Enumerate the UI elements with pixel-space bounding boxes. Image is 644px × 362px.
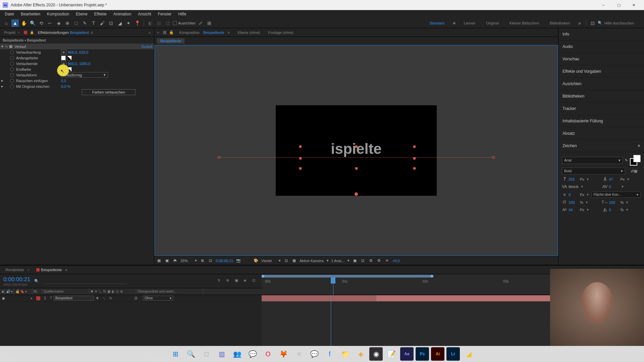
panel-overflow-icon[interactable]: » xyxy=(147,31,153,35)
swap-colors-button[interactable]: Farben vertauschen xyxy=(82,89,136,95)
stopwatch-icon[interactable] xyxy=(10,79,14,83)
views-dropdown[interactable]: 1 Ansi... ▾ xyxy=(331,258,350,263)
taskbar-app[interactable]: ✳ xyxy=(292,347,306,361)
align-checkbox[interactable]: Ausrichten xyxy=(173,21,196,25)
workspace-kleiner[interactable]: Kleiner Bildschirm xyxy=(505,21,544,25)
anchor-point-icon[interactable] xyxy=(355,192,358,196)
tl-tool-5[interactable]: ⊡ xyxy=(252,278,258,284)
stroke-width-field[interactable]: ≡ 0Px▼ xyxy=(562,192,589,197)
prop-verlaufsanfang-value[interactable]: 968,0, 628,0 xyxy=(68,50,88,54)
font-weight-dropdown[interactable]: Bold▾ xyxy=(562,168,625,175)
tl-tool-1[interactable]: ↯ xyxy=(217,278,223,284)
hscale-field[interactable]: T↔ 100%▼ xyxy=(602,200,641,205)
crosshair-icon[interactable]: ⊕ xyxy=(61,50,66,55)
tab-timeline-comp[interactable]: Beispieltexte ≡ xyxy=(33,268,71,272)
workspace-lernen[interactable]: Lernen xyxy=(459,21,480,25)
panel-tracker[interactable]: Tracker xyxy=(558,103,644,115)
home-tool[interactable]: ⌂ xyxy=(3,19,10,27)
taskbar-taskview[interactable]: ⊡ xyxy=(200,347,213,361)
workspace-standard[interactable]: Standard xyxy=(425,21,449,25)
menu-datei[interactable]: Datei xyxy=(1,10,17,18)
transparency-grid-icon[interactable]: ▦ xyxy=(291,258,297,263)
prop-mischen-value[interactable]: 0,0 % xyxy=(61,84,70,88)
text-tool[interactable]: T xyxy=(90,19,97,27)
close-button[interactable]: ✕ xyxy=(626,0,641,10)
guide-handle[interactable] xyxy=(218,156,220,159)
snapshot-icon[interactable]: 📷 xyxy=(236,258,241,263)
tab-projekt[interactable]: Projekt× xyxy=(1,28,22,37)
selection-handle[interactable] xyxy=(299,157,302,160)
stopwatch-icon[interactable] xyxy=(10,84,14,88)
tsume-field[interactable]: あ 0%▼ xyxy=(602,207,641,213)
selection-handle[interactable] xyxy=(413,167,416,170)
visibility-toggle[interactable]: ◉ xyxy=(0,296,7,300)
zoom-tool[interactable]: 🔍 xyxy=(29,19,36,27)
menu-komposition[interactable]: Komposition xyxy=(44,10,72,18)
panel-absatz[interactable]: Absatz xyxy=(558,127,644,140)
panel-zeichen[interactable]: Zeichen≡ xyxy=(558,140,644,152)
pickwhip-icon[interactable]: @ xyxy=(134,296,140,300)
pen-tool[interactable]: ✎ xyxy=(81,19,89,27)
canvas[interactable]: ispielte xyxy=(276,105,437,196)
grid-icon[interactable]: ⊡ xyxy=(208,258,213,263)
taskbar-photoshop[interactable]: Ps xyxy=(416,347,429,361)
panel-bibliotheken[interactable]: Bibliotheken xyxy=(558,90,644,103)
parent-dropdown[interactable]: Ohne▾ xyxy=(143,296,173,301)
tab-komposition[interactable]: Komposition Beispieltexte ≡ xyxy=(176,31,232,35)
fx-icon[interactable]: fx xyxy=(5,45,8,48)
taskbar-firefox[interactable]: 🦊 xyxy=(277,347,290,361)
res-icon[interactable]: ⊞ xyxy=(200,258,205,263)
rect-tool[interactable]: □ xyxy=(72,19,80,27)
layer-name-field[interactable]: Beispieltext xyxy=(54,296,94,301)
tab-ebene[interactable]: Ebene (ohne) xyxy=(235,31,263,35)
stroke-over-dropdown[interactable]: Fläche über Kon...▾ xyxy=(591,191,641,198)
orbit-tool[interactable]: ⟲ xyxy=(38,19,45,27)
workspace-menu-icon[interactable]: ≡ xyxy=(450,19,458,27)
effect-toggle-icon[interactable]: ▾ xyxy=(1,44,5,49)
selection-tool[interactable]: ▲ xyxy=(11,19,19,27)
menu-fenster[interactable]: Fenster xyxy=(155,10,175,18)
menu-ebene[interactable]: Ebene xyxy=(72,10,91,18)
prop-rauschen-value[interactable]: 0,0 xyxy=(61,79,66,83)
hand-tool[interactable]: ✋ xyxy=(20,19,28,27)
taskbar-illustrator[interactable]: Ai xyxy=(431,347,444,361)
panel-vorschau[interactable]: Vorschau xyxy=(558,53,644,65)
snap-tool[interactable]: ⤢ xyxy=(197,19,204,27)
rotate-tool[interactable]: ⤺ xyxy=(46,19,54,27)
eyedropper-icon[interactable]: ✎ xyxy=(625,158,628,163)
stopwatch-icon[interactable] xyxy=(10,62,14,66)
swap-fill-stroke-icon[interactable]: ⇄▦ xyxy=(627,169,641,173)
tab-close-icon[interactable]: × xyxy=(156,31,160,35)
viewer-timecode[interactable]: 0:00:00:21 xyxy=(216,259,233,263)
selection-handle[interactable] xyxy=(299,167,302,170)
roi-icon[interactable]: ⊡ xyxy=(283,258,289,263)
taskbar-obs[interactable]: ◉ xyxy=(369,347,383,361)
grid-tool[interactable]: ⊞ xyxy=(206,19,213,27)
taskbar-facebook[interactable]: f xyxy=(323,347,336,361)
stopwatch-icon[interactable] xyxy=(10,56,14,60)
exposure-icon[interactable]: ☀ xyxy=(384,258,390,263)
taskbar-search[interactable]: 🔍 xyxy=(184,347,198,361)
comp-subtab[interactable]: Beispieltexte xyxy=(157,38,184,44)
col-quellenname[interactable]: Quellenname xyxy=(42,288,89,295)
crosshair-icon[interactable]: ⊕ xyxy=(61,61,66,66)
menu-bearbeiten[interactable]: Bearbeiten xyxy=(17,10,44,18)
effect-name[interactable]: Verlauf xyxy=(14,45,141,49)
camera-tool[interactable]: ◈ xyxy=(55,19,62,27)
taskbar-app2[interactable]: ◈ xyxy=(354,347,367,361)
selection-handle[interactable] xyxy=(299,145,302,148)
renderer-icon[interactable]: ⚙ xyxy=(376,258,382,263)
help-search[interactable]: 🔍 Hilfe durchsuchen xyxy=(598,21,641,25)
taskbar-messenger[interactable]: 💬 xyxy=(308,347,321,361)
layer-expand-icon[interactable]: ▸ xyxy=(31,296,35,300)
pixel-aspect-icon[interactable]: ▣ xyxy=(352,258,358,263)
selection-handle[interactable] xyxy=(413,157,416,160)
minimize-button[interactable]: ─ xyxy=(596,0,611,10)
selection-handle[interactable] xyxy=(355,167,358,170)
brush-tool[interactable]: 🖌 xyxy=(99,19,106,27)
stopwatch-icon[interactable] xyxy=(10,50,14,54)
taskbar-explorer[interactable]: 📁 xyxy=(338,347,352,361)
mask-icon[interactable]: ▦ xyxy=(156,258,162,263)
camera-dropdown[interactable]: Aktive Kamera ▾ xyxy=(300,258,329,263)
taskbar-whatsapp[interactable]: 💬 xyxy=(246,347,259,361)
